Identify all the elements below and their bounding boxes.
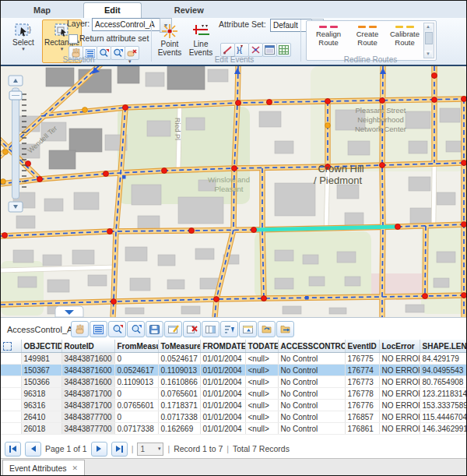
event-editor-window: Map Edit Review } Select ▾ Rectangle ▾ L… [0,0,467,476]
row-selector[interactable] [1,411,21,423]
row-selector[interactable] [1,400,21,411]
row-selector[interactable] [1,423,21,435]
row-selector[interactable] [1,365,21,376]
poi-label-pleasant-2: Neighborhood [357,115,404,124]
scrollbar-thumb[interactable] [425,32,433,44]
table-row[interactable]: 26018348438777000.07173380.16266901/01/2… [1,423,466,435]
select-tool-grid-button[interactable] [71,321,89,337]
active-layer-name: AccessControl_A [7,325,72,334]
redline-gallery-scrollbar[interactable]: ▲ ▼ [423,23,434,58]
layer-label: Layer: [67,19,90,28]
next-page-button[interactable] [91,442,107,457]
export-button[interactable] [276,321,294,337]
row-selector[interactable] [1,376,21,388]
first-page-button[interactable] [5,442,21,457]
area-label-crown-2: / Piedmont [314,175,363,186]
panel-collapse-tab[interactable] [55,306,83,317]
point-events-icon [160,23,179,40]
calibrate-route-icon [395,26,414,28]
column-header[interactable]: SHAPE.LEN [420,340,466,353]
delete-event-button[interactable] [183,321,201,337]
pan-to-event-button[interactable] [127,321,145,337]
scroll-up-icon[interactable]: ▲ [424,23,432,30]
scroll-down-icon[interactable]: ▼ [424,51,432,58]
column-header[interactable]: LocError [379,340,420,353]
table-row[interactable]: 150366348438716000.11090130.161086601/01… [1,376,466,388]
sort-button[interactable] [220,321,238,337]
calibrate-route-button[interactable]: Calibrate Route [386,23,423,47]
select-tool-icon: } [14,23,33,38]
last-page-button[interactable] [111,442,128,457]
table-row[interactable]: 96316348438717000.07656010.171837101/01/… [1,400,466,411]
page-select[interactable]: 1 ▾ [137,443,163,456]
area-label-winslow-2: Pleasant [215,185,244,193]
rectangle-dropdown-caret[interactable]: ▾ [61,47,64,51]
column-header[interactable]: EventID [345,340,379,353]
refresh-layer-button[interactable] [258,321,276,337]
page-select-caret: ▾ [158,446,161,451]
svg-text:}: } [29,26,31,33]
column-header[interactable]: TODATE [245,340,278,353]
row-selector[interactable] [1,388,21,400]
edit-attributes-button[interactable] [164,321,182,337]
ribbon: } Select ▾ Rectangle ▾ Layer: AccessCont… [1,18,466,65]
zoom-track[interactable] [12,88,19,199]
tab-review[interactable]: Review [154,3,224,18]
record-range-text: Record 1 to 7 [174,444,223,453]
total-records-text: Total 7 Records [233,444,290,453]
realign-route-button[interactable]: Realign Route [310,23,347,47]
zoom-to-event-button[interactable] [108,321,126,337]
open-window-button[interactable] [239,321,257,337]
return-attribute-set-checkbox[interactable] [68,34,78,44]
event-attributes-panel: AccessControl_A OBJECTID RouteID FromMea… [1,317,466,476]
select-all-header[interactable] [1,340,21,353]
line-events-icon [191,23,210,40]
area-label-crown-1: Crown Hill [318,163,363,175]
table-row[interactable]: 963183484387170000.076560101/01/2004<nul… [1,388,466,400]
column-header[interactable]: FromMeasure [114,340,158,353]
column-options-button[interactable] [202,321,219,337]
column-header[interactable]: FROMDATE [200,340,245,353]
street-label-ried: Ried Pl [174,118,181,140]
pagination-bar: Page 1 of 1 | 1 ▾ | Record 1 to 7 | Tota… [5,441,290,457]
ribbon-tabbar: Map Edit Review [1,1,466,19]
area-label-winslow-1: Winslow and [208,175,250,184]
column-header[interactable]: ToMeasure [158,340,200,353]
redline-routes-group-label: Redline Routes [316,55,425,64]
poi-label-pleasant-1: Pleasant Street [356,106,406,115]
table-header-row: OBJECTID RouteID FromMeasure ToMeasure F… [1,340,466,353]
close-tab-icon[interactable]: ✕ [72,464,79,472]
column-header[interactable]: ACCESSCONTROL [278,340,345,353]
show-selected-rows-button[interactable] [90,321,107,337]
select-dropdown-caret[interactable]: ▾ [22,47,25,51]
column-header[interactable]: RouteID [61,340,114,353]
poi-label-pleasant-3: Network Center [355,125,406,133]
attribute-set-label: Attribute Set: [219,19,266,29]
return-attribute-set-label: Return attribute set [79,33,149,43]
table-row-selected[interactable]: 150367348438716000.05246170.110901301/01… [1,365,466,376]
event-attributes-tab[interactable]: Event Attributes ✕ [2,460,85,476]
prev-page-button[interactable] [25,442,41,457]
create-route-icon [358,26,377,28]
selection-group-label: Selection [24,55,133,64]
realign-route-icon [319,26,338,28]
save-button[interactable] [146,321,163,337]
row-selector-icon [3,342,12,351]
tab-map[interactable]: Map [13,3,71,18]
page-indicator: Page 1 of 1 [45,444,87,453]
panel-tabbar: Event Attributes ✕ [1,458,466,476]
column-header[interactable]: OBJECTID [21,340,61,353]
create-route-button[interactable]: Create Route [349,23,386,47]
tab-edit[interactable]: Edit [83,2,142,18]
table-row[interactable]: 1499813484387160000.052461701/01/2004<nu… [1,353,466,365]
row-selector[interactable] [1,353,21,365]
map-canvas[interactable]: Wendell Ter Ried Pl Winslow and Pleasant… [1,66,466,317]
edit-events-group-label: Edit Events [180,55,289,64]
table-row[interactable]: 264103484387770000.071733801/01/2004<nul… [1,411,466,423]
event-attributes-table: OBJECTID RouteID FromMeasure ToMeasure F… [1,340,467,435]
